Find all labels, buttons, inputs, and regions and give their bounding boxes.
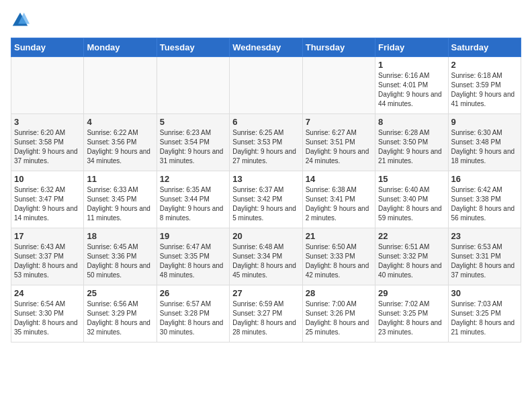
day-info: Sunrise: 6:37 AM Sunset: 3:42 PM Dayligh…	[232, 185, 299, 223]
calendar-cell: 22Sunrise: 6:51 AM Sunset: 3:32 PM Dayli…	[375, 228, 448, 285]
day-info: Sunrise: 6:30 AM Sunset: 3:48 PM Dayligh…	[451, 128, 518, 166]
day-number: 24	[14, 288, 81, 298]
day-info: Sunrise: 6:56 AM Sunset: 3:29 PM Dayligh…	[87, 300, 153, 337]
day-info: Sunrise: 6:27 AM Sunset: 3:51 PM Dayligh…	[306, 128, 372, 166]
day-number: 10	[14, 174, 81, 184]
day-info: Sunrise: 6:35 AM Sunset: 3:44 PM Dayligh…	[160, 185, 226, 223]
day-info: Sunrise: 6:51 AM Sunset: 3:32 PM Dayligh…	[378, 242, 445, 280]
day-info: Sunrise: 6:45 AM Sunset: 3:36 PM Dayligh…	[87, 242, 153, 280]
calendar-cell: 30Sunrise: 7:03 AM Sunset: 3:25 PM Dayli…	[448, 285, 521, 342]
calendar-cell: 15Sunrise: 6:40 AM Sunset: 3:40 PM Dayli…	[375, 171, 448, 228]
calendar-cell: 20Sunrise: 6:48 AM Sunset: 3:34 PM Dayli…	[230, 228, 302, 285]
calendar-cell	[11, 57, 84, 114]
day-number: 13	[232, 174, 299, 184]
day-number: 4	[87, 117, 153, 127]
calendar-cell: 1Sunrise: 6:16 AM Sunset: 4:01 PM Daylig…	[375, 57, 448, 114]
day-header-sunday: Sunday	[11, 38, 84, 57]
calendar-cell: 7Sunrise: 6:27 AM Sunset: 3:51 PM Daylig…	[302, 114, 375, 171]
day-info: Sunrise: 6:28 AM Sunset: 3:50 PM Dayligh…	[378, 128, 445, 166]
day-number: 18	[87, 231, 153, 241]
calendar-week-3: 10Sunrise: 6:32 AM Sunset: 3:47 PM Dayli…	[11, 171, 521, 228]
logo	[11, 11, 32, 30]
day-number: 7	[306, 117, 372, 127]
calendar-week-1: 1Sunrise: 6:16 AM Sunset: 4:01 PM Daylig…	[11, 57, 521, 114]
day-info: Sunrise: 6:50 AM Sunset: 3:33 PM Dayligh…	[306, 242, 372, 280]
day-header-thursday: Thursday	[302, 38, 375, 57]
calendar-cell: 28Sunrise: 7:00 AM Sunset: 3:26 PM Dayli…	[302, 285, 375, 342]
calendar-cell: 23Sunrise: 6:53 AM Sunset: 3:31 PM Dayli…	[448, 228, 521, 285]
day-header-tuesday: Tuesday	[157, 38, 229, 57]
day-info: Sunrise: 6:53 AM Sunset: 3:31 PM Dayligh…	[451, 242, 518, 280]
calendar-cell: 4Sunrise: 6:22 AM Sunset: 3:56 PM Daylig…	[84, 114, 157, 171]
day-number: 14	[306, 174, 372, 184]
calendar-cell: 25Sunrise: 6:56 AM Sunset: 3:29 PM Dayli…	[84, 285, 157, 342]
calendar-cell: 18Sunrise: 6:45 AM Sunset: 3:36 PM Dayli…	[84, 228, 157, 285]
day-number: 2	[451, 60, 518, 70]
calendar-week-4: 17Sunrise: 6:43 AM Sunset: 3:37 PM Dayli…	[11, 228, 521, 285]
day-info: Sunrise: 6:40 AM Sunset: 3:40 PM Dayligh…	[378, 185, 445, 223]
day-header-wednesday: Wednesday	[230, 38, 302, 57]
calendar-cell	[230, 57, 302, 114]
calendar-cell: 5Sunrise: 6:23 AM Sunset: 3:54 PM Daylig…	[157, 114, 229, 171]
day-header-monday: Monday	[84, 38, 157, 57]
day-info: Sunrise: 6:57 AM Sunset: 3:28 PM Dayligh…	[160, 300, 226, 337]
calendar-cell: 14Sunrise: 6:38 AM Sunset: 3:41 PM Dayli…	[302, 171, 375, 228]
day-info: Sunrise: 6:25 AM Sunset: 3:53 PM Dayligh…	[232, 128, 299, 166]
day-number: 17	[14, 231, 81, 241]
calendar-cell: 19Sunrise: 6:47 AM Sunset: 3:35 PM Dayli…	[157, 228, 229, 285]
calendar-cell: 17Sunrise: 6:43 AM Sunset: 3:37 PM Dayli…	[11, 228, 84, 285]
calendar-cell: 10Sunrise: 6:32 AM Sunset: 3:47 PM Dayli…	[11, 171, 84, 228]
day-info: Sunrise: 6:33 AM Sunset: 3:45 PM Dayligh…	[87, 185, 153, 223]
day-info: Sunrise: 7:00 AM Sunset: 3:26 PM Dayligh…	[306, 300, 372, 337]
day-number: 8	[378, 117, 445, 127]
day-info: Sunrise: 6:47 AM Sunset: 3:35 PM Dayligh…	[160, 242, 226, 280]
day-number: 29	[378, 288, 445, 298]
day-number: 23	[451, 231, 518, 241]
day-info: Sunrise: 6:22 AM Sunset: 3:56 PM Dayligh…	[87, 128, 153, 166]
calendar-cell: 21Sunrise: 6:50 AM Sunset: 3:33 PM Dayli…	[302, 228, 375, 285]
calendar-week-5: 24Sunrise: 6:54 AM Sunset: 3:30 PM Dayli…	[11, 285, 521, 342]
calendar-cell: 16Sunrise: 6:42 AM Sunset: 3:38 PM Dayli…	[448, 171, 521, 228]
day-number: 16	[451, 174, 518, 184]
day-info: Sunrise: 6:23 AM Sunset: 3:54 PM Dayligh…	[160, 128, 226, 166]
calendar-cell: 11Sunrise: 6:33 AM Sunset: 3:45 PM Dayli…	[84, 171, 157, 228]
calendar-cell: 26Sunrise: 6:57 AM Sunset: 3:28 PM Dayli…	[157, 285, 229, 342]
day-number: 25	[87, 288, 153, 298]
day-number: 12	[160, 174, 226, 184]
day-number: 3	[14, 117, 81, 127]
calendar-cell: 24Sunrise: 6:54 AM Sunset: 3:30 PM Dayli…	[11, 285, 84, 342]
header	[11, 11, 521, 30]
calendar-cell	[157, 57, 229, 114]
day-number: 28	[306, 288, 372, 298]
day-number: 11	[87, 174, 153, 184]
day-number: 26	[160, 288, 226, 298]
calendar-header-row: SundayMondayTuesdayWednesdayThursdayFrid…	[11, 38, 521, 57]
calendar-cell: 9Sunrise: 6:30 AM Sunset: 3:48 PM Daylig…	[448, 114, 521, 171]
calendar-cell: 12Sunrise: 6:35 AM Sunset: 3:44 PM Dayli…	[157, 171, 229, 228]
calendar-cell: 8Sunrise: 6:28 AM Sunset: 3:50 PM Daylig…	[375, 114, 448, 171]
day-info: Sunrise: 6:16 AM Sunset: 4:01 PM Dayligh…	[378, 71, 445, 109]
day-number: 6	[232, 117, 299, 127]
calendar-cell	[84, 57, 157, 114]
day-info: Sunrise: 6:20 AM Sunset: 3:58 PM Dayligh…	[14, 128, 81, 166]
day-number: 22	[378, 231, 445, 241]
day-info: Sunrise: 6:38 AM Sunset: 3:41 PM Dayligh…	[306, 185, 372, 223]
day-number: 5	[160, 117, 226, 127]
day-header-friday: Friday	[375, 38, 448, 57]
calendar-cell: 2Sunrise: 6:18 AM Sunset: 3:59 PM Daylig…	[448, 57, 521, 114]
day-info: Sunrise: 7:02 AM Sunset: 3:25 PM Dayligh…	[378, 300, 445, 337]
calendar-cell: 27Sunrise: 6:59 AM Sunset: 3:27 PM Dayli…	[230, 285, 302, 342]
day-number: 21	[306, 231, 372, 241]
calendar-cell: 29Sunrise: 7:02 AM Sunset: 3:25 PM Dayli…	[375, 285, 448, 342]
logo-icon	[11, 11, 30, 30]
calendar-week-2: 3Sunrise: 6:20 AM Sunset: 3:58 PM Daylig…	[11, 114, 521, 171]
day-number: 1	[378, 60, 445, 70]
day-info: Sunrise: 6:32 AM Sunset: 3:47 PM Dayligh…	[14, 185, 81, 223]
calendar-table: SundayMondayTuesdayWednesdayThursdayFrid…	[11, 38, 521, 342]
day-number: 15	[378, 174, 445, 184]
day-header-saturday: Saturday	[448, 38, 521, 57]
day-number: 19	[160, 231, 226, 241]
day-info: Sunrise: 6:48 AM Sunset: 3:34 PM Dayligh…	[232, 242, 299, 280]
day-info: Sunrise: 6:42 AM Sunset: 3:38 PM Dayligh…	[451, 185, 518, 223]
calendar-cell	[302, 57, 375, 114]
